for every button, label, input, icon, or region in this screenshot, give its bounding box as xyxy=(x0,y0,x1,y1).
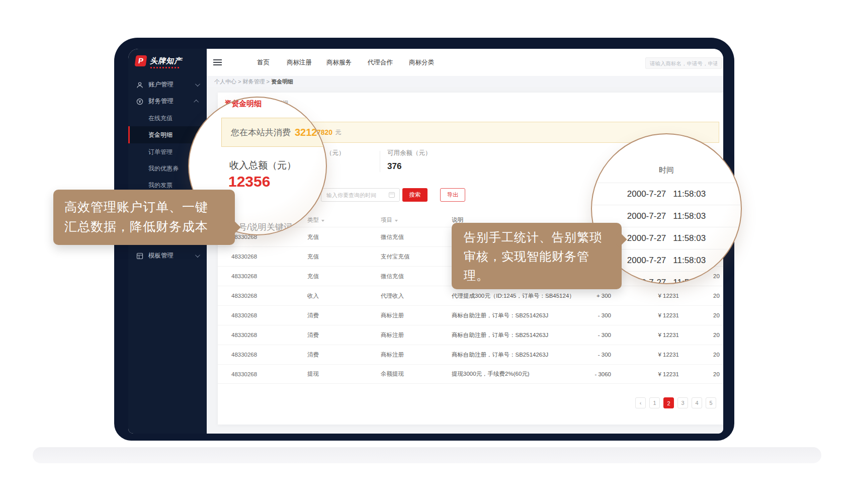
nav-item-home[interactable]: 首页 xyxy=(257,49,270,76)
callout-right-text: 告别手工统计、告别繁琐 审核，实现智能财务管理。 xyxy=(464,230,602,282)
sidebar-item-label: 在线充值 xyxy=(148,114,173,123)
cell-amount: - 300 xyxy=(577,352,611,358)
table-row: 48330268 消费 商标注册 商标自助注册，订单号：SB2514263J -… xyxy=(218,325,723,345)
magnified-time-row: 2000-7-2711:58:03 xyxy=(592,183,741,205)
sidebar-item-label: 我的优惠券 xyxy=(148,164,179,173)
cell-desc: 代理提成300元（ID:1245，订单号：SB45124） xyxy=(452,292,577,300)
breadcrumb-trail: 个人中心 > 财务管理 > xyxy=(214,78,271,85)
logo-subtext-decoration xyxy=(150,67,180,68)
stat-balance-label: 可用余额（元） xyxy=(387,149,432,157)
cell-balance: ¥ 12231 xyxy=(611,352,679,358)
export-button[interactable]: 导出 xyxy=(440,188,465,202)
magnified-banner-prefix: 您在本站共消费 xyxy=(231,127,291,138)
cell-time: 2000-7-27 11:58:03 xyxy=(713,371,720,377)
magnified-tab-label: 资金明细 xyxy=(231,99,262,109)
magnified-time-header: 时间 xyxy=(592,165,741,175)
chevron-down-icon xyxy=(195,253,200,258)
cell-balance: ¥ 12231 xyxy=(611,293,679,299)
cell-desc: 商标自助注册，订单号：SB2514263J xyxy=(452,351,577,359)
cell-type: 充值 xyxy=(307,253,381,261)
stat-balance: 可用余额（元） 376 xyxy=(387,149,432,172)
sidebar-item-template[interactable]: 模板管理 xyxy=(128,247,207,264)
cell-time: 2000-7-27 11:58:03 xyxy=(713,293,720,299)
top-nav: 首页 商标注册 商标服务 代理合作 商标分类 xyxy=(207,49,723,76)
search-input[interactable] xyxy=(645,57,722,69)
chevron-down-icon xyxy=(195,81,200,87)
breadcrumb-current: 资金明细 xyxy=(271,78,293,85)
nav-item-agent-cooperation[interactable]: 代理合作 xyxy=(368,49,393,76)
sort-caret-icon xyxy=(395,220,398,222)
header-type[interactable]: 类型 xyxy=(307,216,381,224)
logo-text: 头牌知产 xyxy=(150,56,182,66)
cell-time: 2000-7-27 11:58:03 xyxy=(713,352,720,358)
pagination-prev-button[interactable]: ‹ xyxy=(635,397,646,408)
search-button[interactable]: 搜索 xyxy=(402,188,428,202)
cell-project: 商标注册 xyxy=(381,312,452,319)
cell-balance: ¥ 12231 xyxy=(611,332,679,338)
cell-order: 48330268 xyxy=(231,312,307,318)
cell-amount: + 300 xyxy=(577,293,611,299)
sidebar-item-label: 我的发票 xyxy=(148,181,173,190)
header-project[interactable]: 项目 xyxy=(381,216,452,224)
breadcrumb: 个人中心 > 财务管理 > 资金明细 xyxy=(207,76,723,87)
table-row: 48330268 提现 余额提现 提现3000元，手续费2%(60元) - 30… xyxy=(218,364,723,384)
cell-type: 收入 xyxy=(307,292,381,300)
stat-divider xyxy=(380,151,380,172)
date-query-input[interactable] xyxy=(321,188,400,202)
cell-project: 微信充值 xyxy=(381,233,452,241)
sidebar-item-account[interactable]: 账户管理 xyxy=(128,76,207,93)
callout-left: 高效管理账户订单、一键 汇总数据，降低财务成本 xyxy=(53,190,235,245)
cell-type: 充值 xyxy=(307,273,381,280)
cell-order: 48330268 xyxy=(231,293,307,299)
user-icon xyxy=(136,81,143,89)
magnified-income-label: 收入总额（元） xyxy=(229,159,296,172)
cell-type: 消费 xyxy=(307,351,381,359)
nav-item-trademark-register[interactable]: 商标注册 xyxy=(287,49,312,76)
stat-balance-value: 376 xyxy=(387,161,432,172)
magnified-income-value: 12356 xyxy=(228,173,270,190)
cell-type: 提现 xyxy=(307,370,381,378)
cell-balance: ¥ 12231 xyxy=(611,312,679,318)
cell-project: 支付宝充值 xyxy=(381,253,452,261)
cell-desc: 商标自助注册，订单号：SB2514263J xyxy=(452,331,577,339)
hamburger-menu-icon[interactable] xyxy=(213,59,222,65)
sort-caret-icon xyxy=(321,220,324,222)
banner-unit: 元 xyxy=(335,128,341,137)
sidebar-item-label: 订单管理 xyxy=(148,148,173,156)
cell-order: 48330268 xyxy=(231,254,307,260)
cell-project: 代理收入 xyxy=(381,292,452,300)
pagination-page-4[interactable]: 4 xyxy=(692,397,702,408)
sidebar-item-finance[interactable]: 财务管理 xyxy=(128,93,207,110)
cell-order: 48330268 xyxy=(231,332,307,338)
cell-amount: - 3060 xyxy=(577,371,611,377)
cell-project: 微信充值 xyxy=(381,273,452,280)
cell-order: 48330268 xyxy=(231,234,307,240)
calendar-icon[interactable] xyxy=(389,192,395,198)
pagination-page-1[interactable]: 1 xyxy=(649,397,660,408)
cell-time: 2000-7-27 11:58:03 xyxy=(713,312,720,318)
chevron-up-icon xyxy=(194,100,199,105)
pagination-page-3[interactable]: 3 xyxy=(677,397,688,408)
nav-item-trademark-category[interactable]: 商标分类 xyxy=(409,49,434,76)
table-row: 48330268 消费 商标注册 商标自助注册，订单号：SB2514263J -… xyxy=(218,345,723,364)
pagination-page-2[interactable]: 2 xyxy=(663,397,674,408)
stat-middle-label: （元） xyxy=(326,149,345,157)
sidebar-item-online-recharge[interactable]: 在线充值 xyxy=(128,110,207,127)
finance-icon xyxy=(136,98,143,105)
cell-project: 商标注册 xyxy=(381,351,452,359)
logo-icon: P xyxy=(134,55,147,66)
sidebar-item-label: 模板管理 xyxy=(148,251,174,260)
cell-project: 商标注册 xyxy=(381,331,452,339)
sidebar-item-label: 财务管理 xyxy=(148,97,174,106)
magnified-banner: 您在本站共消费 32124 xyxy=(221,118,327,147)
pagination-page-5[interactable]: 5 xyxy=(706,397,716,408)
nav-item-trademark-service[interactable]: 商标服务 xyxy=(326,49,352,76)
cell-desc: 提现3000元，手续费2%(60元) xyxy=(452,370,577,378)
cell-amount: - 300 xyxy=(577,312,611,318)
cell-order: 48330268 xyxy=(231,371,307,377)
cell-type: 消费 xyxy=(307,331,381,339)
callout-left-text: 高效管理账户订单、一键 汇总数据，降低财务成本 xyxy=(64,200,208,233)
cell-order: 48330268 xyxy=(231,273,307,279)
cell-project: 余额提现 xyxy=(381,370,452,378)
logo: P 头牌知产 xyxy=(135,55,182,66)
